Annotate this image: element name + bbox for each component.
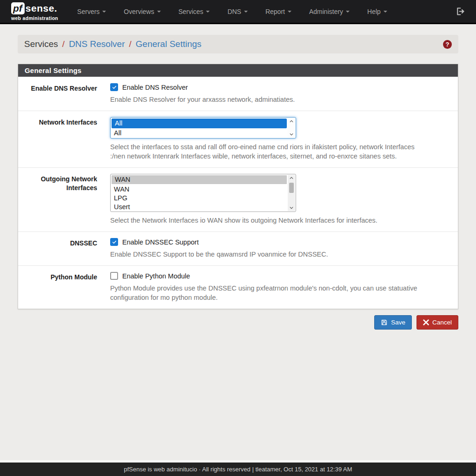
row-network-interfaces: Network Interfaces All All Select the in… (18, 111, 458, 167)
outgoing-interfaces-listbox[interactable]: WAN WAN LPG Usert (110, 174, 296, 212)
check-icon (112, 86, 116, 89)
caret-down-icon (157, 11, 161, 13)
listbox-scrollbar[interactable] (288, 175, 295, 211)
nav-item-label: Services (178, 8, 204, 15)
listbox-option[interactable]: LPG (111, 194, 288, 203)
nav-item-label: Overviews (124, 8, 154, 15)
check-icon (112, 240, 116, 244)
listbox-option[interactable]: WAN (111, 185, 288, 194)
row-enable-dns-resolver: Enable DNS Resolver Enable DNS Resolver … (18, 77, 458, 111)
nav-item-services[interactable]: Services (170, 3, 219, 20)
nav-item-label: Servers (77, 8, 99, 15)
logo-wordmark: pf sense. (11, 2, 58, 14)
breadcrumb: Services / DNS Resolver / General Settin… (18, 35, 458, 53)
breadcrumb-separator: / (125, 39, 136, 49)
breadcrumb-separator: / (58, 39, 69, 49)
scrollbar-thumb[interactable] (289, 183, 294, 193)
enable-python-module-checkbox[interactable] (110, 272, 118, 280)
nav-item-report[interactable]: Report (257, 3, 300, 20)
close-icon (423, 319, 429, 325)
nav-item-help[interactable]: Help (358, 3, 396, 20)
save-icon (381, 319, 388, 326)
logo-pf-badge: pf (11, 2, 25, 14)
listbox-option-selected[interactable]: WAN (112, 175, 287, 184)
top-navbar: pf sense. web administration Servers Ove… (0, 0, 476, 24)
nav-menu: Servers Overviews Services DNS Report Ad… (68, 3, 396, 20)
breadcrumb-dns-resolver-link[interactable]: DNS Resolver (69, 39, 125, 49)
cancel-button-label: Cancel (432, 319, 452, 326)
logo-subtitle: web administration (11, 16, 58, 21)
nav-item-label: Administery (309, 8, 343, 15)
listbox-option-selected[interactable]: All (112, 119, 287, 128)
checkbox-label[interactable]: Enable DNSSEC Support (122, 238, 198, 246)
caret-down-icon (288, 11, 291, 13)
field-help-text: Enable DNSSEC Support to be the qawamsrd… (110, 250, 431, 259)
chevron-up-icon[interactable] (288, 118, 295, 125)
nav-item-label: Help (367, 8, 381, 15)
chevron-down-icon[interactable] (288, 131, 295, 138)
nav-item-label: Report (265, 8, 285, 15)
field-help-text: Python Module provides use the DNSSEC us… (110, 284, 431, 302)
pfsense-logo[interactable]: pf sense. web administration (11, 2, 58, 21)
field-label: Enable DNS Resolver (18, 83, 97, 104)
chevron-up-icon[interactable] (288, 175, 295, 181)
sign-out-icon (455, 7, 465, 16)
field-label: Network Interfaces (18, 117, 97, 161)
caret-down-icon (346, 11, 350, 13)
help-icon[interactable]: ? (443, 40, 452, 49)
enable-dnssec-checkbox[interactable] (110, 238, 118, 246)
nav-item-administery[interactable]: Administery (300, 3, 358, 20)
panel-title: General Settings (18, 64, 458, 77)
listbox-scrollbar[interactable] (288, 118, 295, 138)
nav-item-overviews[interactable]: Overviews (115, 3, 169, 20)
save-button[interactable]: Save (374, 315, 412, 330)
logo-sense-text: sense. (26, 3, 57, 13)
row-python-module: Python Module Enable Python Module Pytho… (18, 265, 458, 309)
field-help-text: Select the interfaces to ssta and rall ö… (110, 142, 431, 161)
nav-item-servers[interactable]: Servers (68, 3, 115, 20)
caret-down-icon (102, 11, 106, 13)
row-dnssec: DNSSEC Enable DNSSEC Support Enable DNSS… (18, 231, 458, 265)
caret-down-icon (383, 11, 387, 13)
row-outgoing-network-interfaces: Outgoing Network Interfaces WAN WAN LPG … (18, 167, 458, 231)
checkbox-label[interactable]: Enable DNS Resolver (122, 84, 188, 91)
breadcrumb-general-settings-link[interactable]: General Settings (136, 39, 202, 49)
form-actions: Save Cancel (18, 315, 458, 330)
field-help-text: Enable DNS Resolver for your arxasss net… (110, 95, 431, 104)
network-interfaces-listbox[interactable]: All All (110, 117, 296, 139)
sign-out-button[interactable] (455, 7, 465, 16)
listbox-option[interactable]: All (111, 128, 288, 138)
footer-text: pfSense is web adminitucio · All rights … (124, 466, 352, 473)
save-button-label: Save (391, 319, 405, 326)
cancel-button[interactable]: Cancel (416, 315, 458, 330)
checkbox-label[interactable]: Enable Python Module (122, 272, 190, 280)
listbox-option[interactable]: Usert (111, 203, 288, 212)
chevron-down-icon[interactable] (288, 205, 295, 211)
nav-item-label: DNS (227, 8, 241, 15)
field-label: Python Module (18, 272, 97, 302)
general-settings-panel: General Settings Enable DNS Resolver Ena… (18, 64, 458, 309)
nav-item-dns[interactable]: DNS (218, 3, 257, 20)
field-label: DNSSEC (18, 238, 97, 259)
caret-down-icon (244, 11, 248, 13)
caret-down-icon (206, 11, 210, 13)
enable-dns-resolver-checkbox[interactable] (110, 83, 118, 91)
field-help-text: Select the Network Interfaces io WAN sho… (110, 216, 431, 225)
footer: pfSense is web adminitucio · All rights … (0, 460, 476, 476)
field-label: Outgoing Network Interfaces (18, 174, 97, 225)
breadcrumb-services: Services (24, 39, 58, 49)
